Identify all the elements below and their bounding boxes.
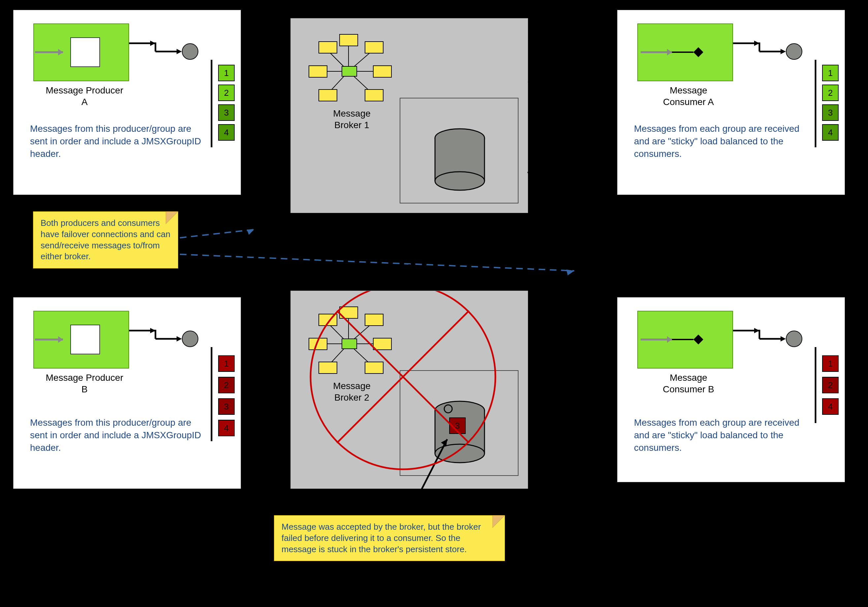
svg-line-33 [327, 71, 349, 95]
consumer-a-panel: MessageConsumer A Messages from each gro… [617, 10, 845, 195]
producer-b-process [33, 311, 129, 369]
consumer-b-queue-node [786, 331, 802, 347]
svg-marker-24 [754, 328, 760, 333]
producer-a-process [33, 23, 129, 81]
consumer-a-queue-node [786, 43, 802, 60]
svg-line-54 [349, 344, 373, 367]
svg-rect-61 [319, 362, 337, 374]
svg-marker-9 [177, 336, 182, 342]
svg-line-75 [180, 254, 574, 271]
svg-marker-85 [609, 343, 614, 350]
consumer-b-msg-3: 4 [822, 398, 839, 415]
svg-marker-2 [150, 40, 155, 46]
svg-marker-25 [781, 336, 786, 342]
consumer-a-msg-4: 4 [822, 124, 839, 141]
consumer-a-label: MessageConsumer A [657, 85, 720, 108]
svg-rect-58 [365, 314, 383, 326]
svg-marker-79 [279, 79, 287, 85]
svg-rect-35 [342, 67, 357, 76]
svg-point-67 [435, 444, 485, 463]
failover-note: Both producers and consumers have failov… [33, 211, 178, 269]
svg-marker-76 [247, 230, 254, 235]
producer-a-label: Message ProducerA [40, 85, 129, 108]
producer-a-queue-node [182, 43, 198, 60]
svg-marker-83 [607, 62, 614, 68]
svg-marker-3 [177, 49, 182, 54]
svg-line-53 [327, 344, 349, 367]
producer-b-panel: Message ProducerB Messages from this pro… [13, 297, 241, 489]
svg-line-74 [180, 230, 254, 238]
svg-marker-81 [282, 165, 287, 172]
consumer-a-msg-2: 2 [822, 85, 839, 101]
producer-b-msg-1: 1 [218, 356, 235, 372]
producer-b-msg-2: 2 [218, 377, 235, 393]
producer-b-inner [70, 324, 100, 354]
broker-1-store [400, 98, 518, 203]
producer-a-desc: Messages from this producer/group are se… [30, 123, 202, 160]
broker-1-label: MessageBroker 1 [327, 108, 377, 131]
svg-marker-16 [754, 40, 760, 46]
svg-line-84 [528, 172, 614, 350]
svg-rect-38 [365, 42, 383, 53]
stuck-note: Message was accepted by the broker, but … [274, 515, 505, 561]
svg-line-80 [243, 165, 287, 357]
producer-b-queue-node [182, 331, 198, 347]
svg-line-78 [243, 66, 287, 82]
svg-line-30 [349, 50, 373, 71]
svg-rect-57 [339, 307, 358, 318]
svg-rect-36 [319, 42, 337, 53]
producer-a-msg-2: 2 [218, 85, 235, 101]
consumer-a-msg-1: 1 [822, 65, 839, 81]
svg-rect-55 [342, 339, 357, 349]
consumer-b-label: MessageConsumer B [657, 372, 720, 395]
svg-rect-59 [309, 338, 327, 350]
producer-a-msg-3: 3 [218, 104, 235, 121]
svg-line-50 [349, 322, 373, 344]
svg-marker-8 [150, 328, 155, 333]
broker-1-panel: MessageBroker 1 [290, 18, 528, 213]
producer-a-panel: Message ProducerA Messages from this pro… [13, 10, 241, 195]
consumer-a-desc: Messages from each group are received an… [634, 123, 812, 160]
svg-rect-40 [373, 66, 391, 77]
consumer-a-msg-3: 3 [822, 104, 839, 121]
producer-b-desc: Messages from this producer/group are se… [30, 416, 202, 454]
svg-rect-39 [309, 66, 327, 77]
svg-line-82 [528, 63, 614, 82]
svg-line-28 [327, 50, 349, 71]
svg-line-34 [349, 71, 373, 95]
consumer-b-desc: Messages from each group are received an… [634, 416, 812, 454]
broker-2-label: MessageBroker 2 [327, 380, 377, 403]
database-icon [400, 98, 519, 204]
producer-a-msg-1: 1 [218, 65, 235, 81]
consumer-b-process [637, 311, 733, 369]
producer-b-label: Message ProducerB [40, 372, 129, 395]
svg-rect-56 [319, 314, 337, 326]
svg-marker-17 [781, 49, 786, 54]
producer-a-inner [70, 37, 100, 67]
svg-marker-77 [566, 270, 574, 275]
svg-point-68 [444, 405, 452, 413]
consumer-a-process [637, 23, 733, 81]
producer-b-msg-4: 4 [218, 420, 235, 436]
stuck-msg-badge: 3 [449, 418, 466, 434]
consumer-b-panel: MessageConsumer B Messages from each gro… [617, 297, 845, 482]
svg-rect-42 [365, 90, 383, 101]
svg-rect-41 [319, 90, 337, 101]
svg-point-47 [435, 172, 485, 190]
producer-a-msg-4: 4 [218, 124, 235, 141]
svg-line-48 [327, 322, 349, 344]
broker-2-panel: MessageBroker 2 3 [290, 290, 528, 489]
producer-b-msg-3: 3 [218, 398, 235, 415]
svg-rect-37 [339, 34, 358, 46]
consumer-b-msg-1: 1 [822, 356, 839, 372]
svg-rect-60 [373, 338, 391, 350]
consumer-b-msg-2: 2 [822, 377, 839, 393]
svg-rect-62 [365, 362, 383, 374]
